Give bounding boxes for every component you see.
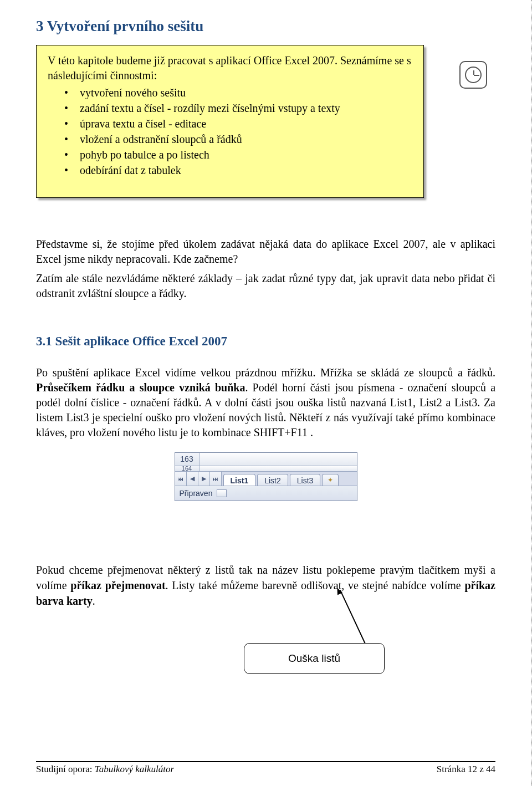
- sheet-nav-prev-icon[interactable]: ◀: [187, 472, 198, 486]
- callout-item: vytvoření nového sešitu: [64, 85, 412, 100]
- heading-section: 3.1 Sešit aplikace Office Excel 2007: [36, 334, 495, 349]
- callout-lead: V této kapitole budeme již pracovat s ap…: [48, 53, 412, 83]
- footer-left: Studijní opora: Tabulkový kalkulátor: [36, 764, 174, 775]
- paragraph: Zatím ale stále nezvládáme některé zákla…: [36, 271, 495, 301]
- sheet-nav-next-icon[interactable]: ▶: [198, 472, 210, 486]
- callout-item: odebírání dat z tabulek: [64, 163, 412, 178]
- excel-screenshot: 163 164 ⏮ ◀ ▶ ⏭ List1 List2 List3 ✦ Přip…: [175, 452, 357, 501]
- callout-item: úprava textu a čísel - editace: [64, 116, 412, 131]
- sheet-tab-list2[interactable]: List2: [257, 474, 288, 486]
- sheet-tab-list3[interactable]: List3: [290, 474, 321, 486]
- annotation-label: Ouška listů: [244, 643, 385, 674]
- paragraph: Po spuštění aplikace Excel vidíme velkou…: [36, 365, 495, 440]
- insert-sheet-icon[interactable]: ✦: [322, 474, 339, 486]
- callout-box: V této kapitole budeme již pracovat s ap…: [36, 45, 424, 198]
- callout-item: pohyb po tabulce a po listech: [64, 147, 412, 162]
- status-text: Připraven: [175, 489, 213, 498]
- macro-record-icon[interactable]: [217, 489, 227, 497]
- heading-chapter: 3 Vytvoření prvního sešitu: [36, 18, 495, 35]
- row-number: 164: [175, 466, 200, 471]
- clock-icon: [459, 61, 487, 89]
- sheet-nav-first-icon[interactable]: ⏮: [175, 472, 187, 486]
- sheet-nav-last-icon[interactable]: ⏭: [210, 472, 222, 486]
- paragraph: Pokud chceme přejmenovat některý z listů…: [36, 562, 495, 609]
- footer-right: Stránka 12 z 44: [437, 764, 495, 775]
- page-footer: Studijní opora: Tabulkový kalkulátor Str…: [36, 762, 495, 775]
- row-number: 163: [175, 453, 200, 466]
- callout-item: vložení a odstranění sloupců a řádků: [64, 132, 412, 147]
- sheet-tab-list1[interactable]: List1: [223, 474, 256, 486]
- callout-item: zadání textu a čísel - rozdíly mezi číse…: [64, 101, 412, 116]
- paragraph: Představme si, že stojíme před úkolem za…: [36, 237, 495, 267]
